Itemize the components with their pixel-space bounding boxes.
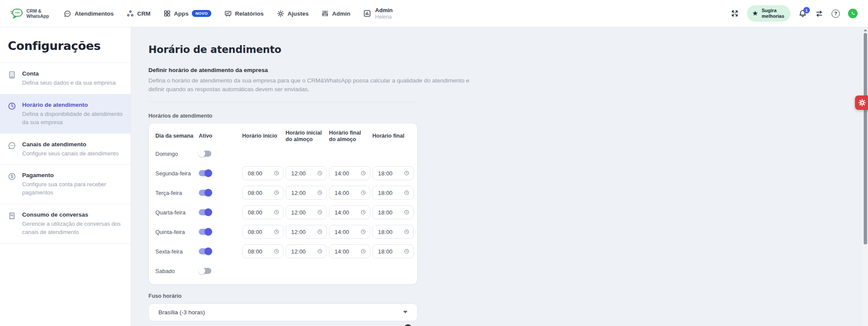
clock-icon bbox=[404, 249, 409, 254]
nav-label: Apps bbox=[174, 10, 189, 17]
swap-arrows-icon[interactable] bbox=[815, 10, 823, 18]
active-toggle[interactable] bbox=[199, 229, 211, 235]
day-label: Domingo bbox=[155, 151, 199, 157]
time-input[interactable]: 18:00 bbox=[372, 186, 414, 200]
auto-reply-toggle[interactable] bbox=[404, 324, 411, 326]
schedule-row-sexta: Sexta-feira 08:00 12:00 14:00 18:00 bbox=[155, 242, 414, 261]
divider bbox=[148, 102, 418, 102]
suggest-improvements-button[interactable]: ★ Sugiramelhorias bbox=[747, 5, 790, 22]
gear-icon bbox=[277, 10, 284, 17]
expand-fullscreen-icon[interactable] bbox=[731, 10, 739, 17]
schedule-row-segunda: Segunda-feira 08:00 12:00 14:00 18:00 bbox=[155, 164, 414, 183]
sidebar-title: Configurações bbox=[0, 27, 131, 63]
novo-badge: NOVO bbox=[192, 10, 211, 17]
nav-label: Admin bbox=[332, 10, 350, 17]
clock-icon bbox=[361, 190, 366, 195]
active-toggle[interactable] bbox=[199, 209, 211, 215]
clock-icon bbox=[317, 171, 322, 176]
time-input[interactable]: 12:00 bbox=[286, 244, 327, 258]
clock-icon bbox=[404, 171, 409, 176]
nav-item-ajustes[interactable]: Ajustes bbox=[277, 10, 309, 17]
sidebar-item-description: Gerencie a utilização de conversas dos c… bbox=[22, 220, 123, 237]
time-input[interactable]: 18:00 bbox=[372, 205, 414, 219]
main-content: Horário de atendimento Definir horário d… bbox=[131, 27, 868, 326]
bar-chart-square-icon bbox=[363, 10, 371, 17]
time-input[interactable]: 18:00 bbox=[372, 225, 414, 239]
schedule-row-domingo: Domingo bbox=[155, 144, 414, 164]
sidebar-item-description: Configure sua conta para receber pagamen… bbox=[22, 181, 123, 197]
section-title: Definir horário de atendimento da empres… bbox=[148, 67, 868, 73]
time-input[interactable]: 14:00 bbox=[329, 244, 370, 258]
time-input[interactable]: 08:00 bbox=[242, 225, 283, 239]
active-toggle[interactable] bbox=[199, 170, 211, 176]
help-icon[interactable]: ? bbox=[832, 10, 840, 18]
account-name: Admin bbox=[375, 7, 392, 14]
time-input[interactable]: 18:00 bbox=[372, 166, 414, 180]
time-input[interactable]: 14:00 bbox=[329, 205, 370, 219]
col-header: Ativo bbox=[199, 133, 242, 139]
sidebar-item-horario-de-atendimento[interactable]: Horário de atendimento Defina a disponib… bbox=[0, 94, 131, 133]
sidebar-item-pagamento[interactable]: $ Pagamento Configure sua conta para rec… bbox=[0, 164, 131, 204]
nodes-icon bbox=[127, 10, 134, 17]
floating-settings-button[interactable] bbox=[855, 95, 868, 110]
time-input[interactable]: 18:00 bbox=[372, 244, 414, 258]
day-label: Terça-feira bbox=[155, 190, 199, 196]
nav-item-apps[interactable]: Apps NOVO bbox=[164, 10, 211, 17]
nav-item-admin[interactable]: Admin bbox=[322, 10, 350, 17]
active-toggle[interactable] bbox=[199, 268, 211, 274]
timezone-select[interactable]: Brasília (-3 horas) bbox=[148, 303, 418, 321]
time-input[interactable]: 14:00 bbox=[329, 225, 370, 239]
vertical-scrollbar[interactable] bbox=[863, 27, 868, 326]
sidebar-item-consumo-de-conversas[interactable]: % Consumo de conversas Gerencie a utiliz… bbox=[0, 204, 131, 243]
app-logo[interactable]: CRM &WhatsApp bbox=[10, 8, 49, 20]
time-input[interactable]: 12:00 bbox=[286, 186, 327, 200]
nav-label: Ajustes bbox=[288, 10, 309, 17]
nav-item-crm[interactable]: CRM bbox=[127, 10, 151, 17]
schedule-row-quinta: Quinta-feira 08:00 12:00 14:00 18:00 bbox=[155, 222, 414, 242]
usage-percent-icon: % bbox=[8, 211, 16, 237]
notifications-bell-icon[interactable]: 1 bbox=[799, 10, 807, 18]
timezone-value: Brasília (-3 horas) bbox=[158, 309, 205, 316]
app-window: CRM &WhatsApp Atendimentos bbox=[0, 0, 868, 326]
clock-icon bbox=[317, 249, 322, 254]
clock-icon bbox=[274, 229, 279, 234]
dollar-circle-icon: $ bbox=[8, 172, 16, 197]
clock-icon bbox=[361, 229, 366, 234]
time-input[interactable]: 12:00 bbox=[286, 166, 327, 180]
schedule-row-quarta: Quarta-feira 08:00 12:00 14:00 18:00 bbox=[155, 203, 414, 222]
time-input[interactable]: 12:00 bbox=[286, 225, 327, 239]
sidebar-item-canais-de-atendimento[interactable]: Canais de atendimento Configure seus can… bbox=[0, 133, 131, 165]
time-input[interactable]: 14:00 bbox=[329, 166, 370, 180]
clock-icon bbox=[361, 249, 366, 254]
time-input[interactable]: 14:00 bbox=[329, 186, 370, 200]
clock-icon bbox=[404, 210, 409, 215]
star-icon: ★ bbox=[752, 10, 758, 17]
nav-item-relatorios[interactable]: Relatórios bbox=[224, 10, 264, 17]
active-toggle[interactable] bbox=[199, 190, 211, 196]
clock-icon bbox=[274, 210, 279, 215]
time-input[interactable]: 08:00 bbox=[242, 186, 283, 200]
nav-item-atendimentos[interactable]: Atendimentos bbox=[64, 10, 114, 17]
building-icon bbox=[8, 70, 16, 87]
nav-actions: ★ Sugiramelhorias 1 ? bbox=[731, 5, 858, 22]
active-toggle[interactable] bbox=[199, 248, 211, 254]
whatsapp-icon[interactable] bbox=[848, 9, 858, 18]
main-menu: Atendimentos CRM Apps NOVO bbox=[64, 10, 350, 17]
timezone-label: Fuso horário bbox=[148, 293, 868, 299]
sidebar-item-description: Defina seus dados e da sua empresa bbox=[22, 79, 115, 87]
time-input[interactable]: 12:00 bbox=[286, 205, 327, 219]
sliders-icon bbox=[322, 10, 329, 17]
time-input[interactable]: 08:00 bbox=[242, 166, 283, 180]
sidebar-item-conta[interactable]: Conta Defina seus dados e da sua empresa bbox=[0, 63, 131, 94]
scrollbar-thumb[interactable] bbox=[864, 33, 867, 244]
time-input[interactable]: 08:00 bbox=[242, 205, 283, 219]
gear-icon bbox=[858, 99, 866, 106]
sidebar-item-title: Consumo de conversas bbox=[22, 211, 123, 218]
day-label: Segunda-feira bbox=[155, 170, 199, 177]
scroll-up-arrow-icon[interactable] bbox=[864, 29, 867, 31]
account-selector[interactable]: Admin Helena bbox=[363, 7, 392, 20]
col-header: Horário final do almoço bbox=[329, 130, 372, 143]
active-toggle[interactable] bbox=[199, 151, 211, 157]
clock-icon bbox=[317, 190, 322, 195]
time-input[interactable]: 08:00 bbox=[242, 244, 283, 258]
